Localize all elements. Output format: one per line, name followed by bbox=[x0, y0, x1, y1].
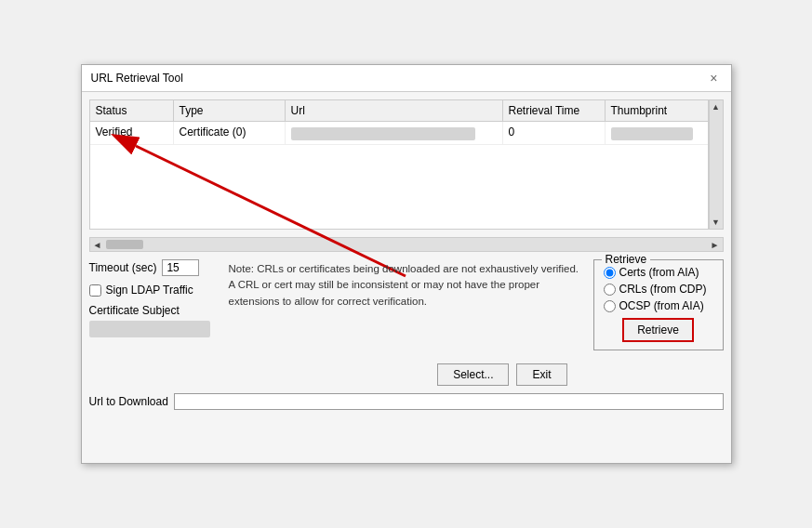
close-button[interactable]: × bbox=[706, 71, 721, 86]
timeout-input[interactable] bbox=[162, 259, 199, 276]
url-download-input[interactable] bbox=[174, 393, 724, 410]
sign-ldap-checkbox[interactable] bbox=[89, 284, 101, 297]
hscroll-thumb[interactable] bbox=[106, 240, 143, 249]
cert-subject-label: Certificate Subject bbox=[89, 304, 220, 317]
radio-ocsp-input[interactable] bbox=[604, 300, 616, 312]
bottom-section: Timeout (sec) Sign LDAP Traffic Certific… bbox=[82, 252, 731, 358]
cell-type: Certificate (0) bbox=[174, 122, 286, 144]
hscroll-right-arrow[interactable]: ► bbox=[708, 240, 723, 250]
col-thumbprint: Thumbprint bbox=[606, 100, 708, 121]
radio-crls-label: CRLs (from CDP) bbox=[619, 283, 707, 296]
action-buttons-row: Select... Exit bbox=[82, 358, 731, 389]
table-with-vscroll: Status Type Url Retrieval Time Thumbprin… bbox=[89, 99, 724, 230]
cell-thumbprint bbox=[606, 122, 708, 144]
retrieve-group: Retrieve Certs (from AIA) CRLs (from CDP… bbox=[593, 259, 724, 350]
radio-certs: Certs (from AIA) bbox=[604, 266, 713, 279]
timeout-row: Timeout (sec) bbox=[89, 259, 220, 276]
radio-certs-input[interactable] bbox=[604, 267, 616, 279]
cell-retrieval-time: 0 bbox=[503, 122, 606, 144]
thumbprint-display-bar bbox=[611, 127, 693, 140]
radio-crls-input[interactable] bbox=[604, 284, 616, 296]
radio-ocsp: OCSP (from AIA) bbox=[604, 299, 713, 312]
cert-subject-section: Certificate Subject bbox=[89, 304, 220, 337]
table-header: Status Type Url Retrieval Time Thumbprin… bbox=[90, 100, 708, 122]
vscroll-up-arrow[interactable]: ▲ bbox=[712, 102, 720, 112]
table-wrapper: Status Type Url Retrieval Time Thumbprin… bbox=[89, 99, 724, 230]
select-button[interactable]: Select... bbox=[437, 363, 509, 386]
retrieve-button-container: Retrieve bbox=[604, 318, 713, 342]
cell-status: Verified bbox=[90, 122, 174, 144]
retrieve-button[interactable]: Retrieve bbox=[622, 318, 694, 342]
vscroll-down-arrow[interactable]: ▼ bbox=[712, 218, 720, 227]
cert-subject-input-bar bbox=[89, 321, 210, 337]
col-url: Url bbox=[286, 100, 503, 121]
vertical-scrollbar[interactable]: ▲ ▼ bbox=[709, 99, 724, 230]
cell-url bbox=[286, 122, 503, 144]
window-title: URL Retrieval Tool bbox=[91, 72, 183, 85]
col-retrieval-time: Retrieval Time bbox=[503, 100, 606, 121]
retrieve-group-legend: Retrieve bbox=[602, 253, 651, 266]
url-row: Url to Download bbox=[82, 389, 731, 417]
col-status: Status bbox=[90, 100, 174, 121]
radio-crls: CRLs (from CDP) bbox=[604, 283, 713, 296]
hscroll-left-arrow[interactable]: ◄ bbox=[90, 240, 105, 250]
exit-button[interactable]: Exit bbox=[516, 363, 566, 386]
title-bar: URL Retrieval Tool × bbox=[82, 65, 731, 92]
table-container: Status Type Url Retrieval Time Thumbprin… bbox=[89, 99, 709, 230]
url-display-bar bbox=[291, 127, 476, 140]
horizontal-scrollbar[interactable]: ◄ ► bbox=[89, 237, 724, 252]
table-row: Verified Certificate (0) 0 bbox=[90, 122, 708, 145]
sign-ldap-label: Sign LDAP Traffic bbox=[106, 284, 193, 297]
note-text: Note: CRLs or certificates being downloa… bbox=[229, 263, 579, 307]
radio-ocsp-label: OCSP (from AIA) bbox=[619, 299, 704, 312]
url-retrieval-tool-window: URL Retrieval Tool × Status Type Url Ret… bbox=[81, 64, 732, 464]
empty-table-space bbox=[90, 145, 708, 229]
url-row-label: Url to Download bbox=[89, 395, 168, 408]
note-section: Note: CRLs or certificates being downloa… bbox=[229, 259, 584, 310]
col-type: Type bbox=[174, 100, 286, 121]
radio-certs-label: Certs (from AIA) bbox=[619, 266, 699, 279]
sign-ldap-row: Sign LDAP Traffic bbox=[89, 284, 220, 297]
timeout-label: Timeout (sec) bbox=[89, 261, 157, 274]
left-controls: Timeout (sec) Sign LDAP Traffic Certific… bbox=[89, 259, 220, 337]
